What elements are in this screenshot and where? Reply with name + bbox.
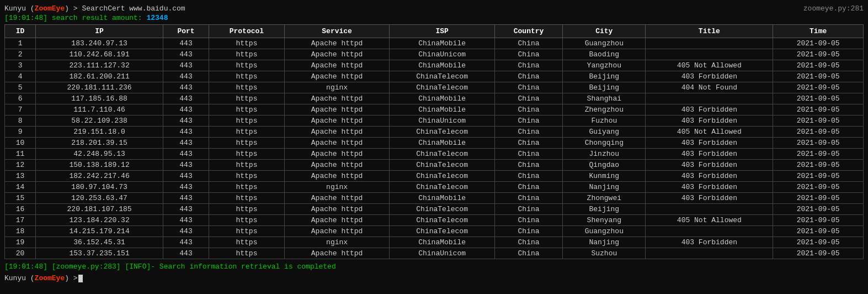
table-cell-protocol: https bbox=[209, 215, 285, 226]
table-cell-port: 443 bbox=[163, 248, 209, 259]
table-cell-country: China bbox=[494, 82, 562, 93]
table-cell-protocol: https bbox=[209, 171, 285, 182]
table-cell-city: Zhongwei bbox=[563, 193, 646, 204]
table-cell-id: 17 bbox=[5, 215, 36, 226]
table-cell-ip: 123.184.220.32 bbox=[36, 215, 163, 226]
table-cell-time: 2021-09-05 bbox=[773, 116, 864, 127]
table-cell-time: 2021-09-05 bbox=[773, 182, 864, 193]
cursor-zoomeye-label: ZoomEye bbox=[35, 274, 65, 282]
table-cell-service: Apache httpd bbox=[284, 104, 390, 116]
table-cell-id: 9 bbox=[5, 127, 36, 138]
table-cell-id: 7 bbox=[5, 104, 36, 116]
table-header-time: Time bbox=[773, 25, 864, 38]
table-cell-service: Apache httpd bbox=[284, 171, 390, 182]
table-row: 7111.7.110.46443httpsApache httpdChinaMo… bbox=[5, 104, 864, 116]
table-row: 1814.215.179.214443httpsApache httpdChin… bbox=[5, 226, 864, 237]
table-cell-ip: 180.97.104.73 bbox=[36, 182, 163, 193]
table-cell-city: Yangzhou bbox=[563, 60, 646, 71]
table-cell-service: Apache httpd bbox=[284, 60, 390, 71]
table-cell-time: 2021-09-05 bbox=[773, 60, 864, 71]
table-cell-country: China bbox=[494, 60, 562, 71]
table-cell-title: 405 Not Allowed bbox=[646, 215, 773, 226]
table-cell-city: Beijing bbox=[563, 204, 646, 215]
table-cell-city: Guiyang bbox=[563, 127, 646, 138]
table-cell-port: 443 bbox=[163, 193, 209, 204]
table-cell-port: 443 bbox=[163, 38, 209, 49]
table-cell-protocol: https bbox=[209, 127, 285, 138]
table-cell-city: Jinzhou bbox=[563, 149, 646, 160]
table-header-service: Service bbox=[284, 25, 390, 38]
table-cell-port: 443 bbox=[163, 160, 209, 171]
table-cell-port: 443 bbox=[163, 49, 209, 60]
table-cell-ip: 150.138.189.12 bbox=[36, 160, 163, 171]
table-cell-time: 2021-09-05 bbox=[773, 93, 864, 104]
table-cell-title bbox=[646, 49, 773, 60]
table-cell-isp: ChinaMobile bbox=[390, 60, 495, 71]
table-row: 1142.248.95.13443httpsApache httpdChinaT… bbox=[5, 149, 864, 160]
table-header-isp: ISP bbox=[390, 25, 495, 38]
table-cell-protocol: https bbox=[209, 160, 285, 171]
table-cell-isp: ChinaUnicom bbox=[390, 248, 495, 259]
table-cell-ip: 14.215.179.214 bbox=[36, 226, 163, 237]
table-cell-protocol: https bbox=[209, 38, 285, 49]
table-cell-protocol: https bbox=[209, 193, 285, 204]
table-row: 17123.184.220.32443httpsApache httpdChin… bbox=[5, 215, 864, 226]
table-cell-service: Apache httpd bbox=[284, 38, 390, 49]
table-cell-port: 443 bbox=[163, 104, 209, 116]
table-cell-ip: 120.253.63.47 bbox=[36, 193, 163, 204]
table-cell-isp: ChinaTelecom bbox=[390, 226, 495, 237]
table-cell-protocol: https bbox=[209, 204, 285, 215]
table-cell-port: 443 bbox=[163, 204, 209, 215]
table-cell-title: 403 Forbidden bbox=[646, 182, 773, 193]
table-cell-ip: 219.151.18.0 bbox=[36, 127, 163, 138]
table-cell-country: China bbox=[494, 171, 562, 182]
table-cell-ip: 58.22.109.238 bbox=[36, 116, 163, 127]
table-header-id: ID bbox=[5, 25, 36, 38]
table-cell-country: China bbox=[494, 215, 562, 226]
table-cell-ip: 42.248.95.13 bbox=[36, 149, 163, 160]
table-row: 6117.185.16.88443httpsApache httpdChinaM… bbox=[5, 93, 864, 104]
table-cell-protocol: https bbox=[209, 226, 285, 237]
table-cell-country: China bbox=[494, 226, 562, 237]
info-line: [19:01:48] search result amount: 12348 bbox=[2, 14, 866, 22]
table-cell-port: 443 bbox=[163, 93, 209, 104]
table-cell-country: China bbox=[494, 138, 562, 149]
table-cell-port: 443 bbox=[163, 116, 209, 127]
table-cell-id: 19 bbox=[5, 237, 36, 248]
table-cell-title: 403 Forbidden bbox=[646, 171, 773, 182]
table-cell-port: 443 bbox=[163, 226, 209, 237]
table-row: 16220.181.107.185443httpsApache httpdChi… bbox=[5, 204, 864, 215]
table-cell-id: 1 bbox=[5, 38, 36, 49]
table-cell-service: nginx bbox=[284, 82, 390, 93]
table-cell-id: 8 bbox=[5, 116, 36, 127]
table-cell-id: 4 bbox=[5, 71, 36, 82]
table-cell-city: Chongqing bbox=[563, 138, 646, 149]
table-row: 1183.240.97.13443httpsApache httpdChinaM… bbox=[5, 38, 864, 49]
table-cell-protocol: https bbox=[209, 182, 285, 193]
table-row: 12150.138.189.12443httpsApache httpdChin… bbox=[5, 160, 864, 171]
table-cell-port: 443 bbox=[163, 138, 209, 149]
table-cell-time: 2021-09-05 bbox=[773, 171, 864, 182]
prompt-close-paren: ) > bbox=[65, 4, 82, 13]
table-cell-id: 2 bbox=[5, 49, 36, 60]
table-row: 2110.242.68.191443httpsApache httpdChina… bbox=[5, 49, 864, 60]
table-cell-country: China bbox=[494, 193, 562, 204]
table-cell-title: 403 Forbidden bbox=[646, 193, 773, 204]
table-cell-service: Apache httpd bbox=[284, 93, 390, 104]
table-cell-title: 403 Forbidden bbox=[646, 71, 773, 82]
table-cell-service: Apache httpd bbox=[284, 71, 390, 82]
table-cell-city: Nanjing bbox=[563, 182, 646, 193]
table-cell-title: 403 Forbidden bbox=[646, 237, 773, 248]
table-row: 15120.253.63.47443httpsApache httpdChina… bbox=[5, 193, 864, 204]
table-cell-service: Apache httpd bbox=[284, 49, 390, 60]
table-cell-city: Fuzhou bbox=[563, 116, 646, 127]
table-row: 5220.181.111.236443httpsnginxChinaTeleco… bbox=[5, 82, 864, 93]
table-cell-isp: ChinaMobile bbox=[390, 193, 495, 204]
table-cell-title: 405 Not Allowed bbox=[646, 60, 773, 71]
table-cell-time: 2021-09-05 bbox=[773, 82, 864, 93]
table-cell-city: Guangzhou bbox=[563, 38, 646, 49]
table-cell-protocol: https bbox=[209, 71, 285, 82]
results-table: IDIPPortProtocolServiceISPCountryCityTit… bbox=[4, 24, 864, 259]
table-cell-protocol: https bbox=[209, 93, 285, 104]
table-cell-isp: ChinaTelecom bbox=[390, 149, 495, 160]
